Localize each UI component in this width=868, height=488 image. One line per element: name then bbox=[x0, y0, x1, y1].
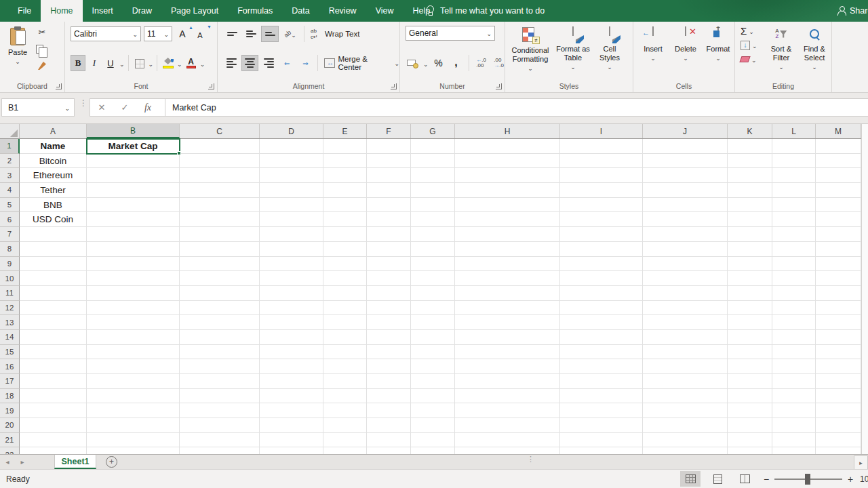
ribbon-tab-view[interactable]: View bbox=[366, 0, 403, 22]
cell-F20[interactable] bbox=[367, 418, 411, 433]
cell-I18[interactable] bbox=[560, 389, 643, 404]
cell-E2[interactable] bbox=[323, 154, 367, 169]
cell-B16[interactable] bbox=[87, 359, 180, 374]
cell-A22[interactable] bbox=[20, 447, 87, 454]
align-center-button[interactable] bbox=[241, 55, 258, 71]
cell-M15[interactable] bbox=[816, 345, 861, 360]
cell-F16[interactable] bbox=[367, 359, 411, 374]
underline-button[interactable]: U bbox=[103, 55, 118, 71]
cell-L14[interactable] bbox=[772, 330, 816, 345]
cell-M4[interactable] bbox=[816, 183, 861, 198]
zoom-slider-track[interactable] bbox=[774, 479, 842, 480]
cell-D5[interactable] bbox=[260, 198, 323, 213]
row-header-1[interactable]: 1 bbox=[0, 139, 20, 154]
cell-M5[interactable] bbox=[816, 198, 861, 213]
decrease-indent-button[interactable]: ⇐ bbox=[279, 55, 296, 71]
insert-function-button[interactable]: fx bbox=[136, 99, 159, 116]
cell-E9[interactable] bbox=[323, 257, 367, 272]
cell-K2[interactable] bbox=[728, 154, 772, 169]
cell-M13[interactable] bbox=[816, 315, 861, 330]
cell-H6[interactable] bbox=[455, 212, 560, 227]
cell-L18[interactable] bbox=[772, 389, 816, 404]
cell-L4[interactable] bbox=[772, 183, 816, 198]
cell-D21[interactable] bbox=[260, 433, 323, 448]
row-header-22[interactable]: 22 bbox=[0, 447, 20, 454]
cell-B6[interactable] bbox=[87, 212, 180, 227]
cell-E20[interactable] bbox=[323, 418, 367, 433]
row-header-7[interactable]: 7 bbox=[0, 227, 20, 242]
cell-C4[interactable] bbox=[180, 183, 260, 198]
merge-center-button[interactable]: Merge & Center bbox=[324, 55, 399, 71]
cell-G13[interactable] bbox=[411, 315, 455, 330]
cell-I17[interactable] bbox=[560, 374, 643, 389]
page-layout-view-button[interactable] bbox=[707, 471, 728, 487]
cell-C12[interactable] bbox=[180, 301, 260, 316]
format-painter-button[interactable] bbox=[35, 60, 49, 72]
cell-I9[interactable] bbox=[560, 257, 643, 272]
cell-H19[interactable] bbox=[455, 403, 560, 418]
vertical-scrollbar[interactable] bbox=[861, 124, 868, 454]
column-header-I[interactable]: I bbox=[560, 124, 643, 138]
sheet-nav-left-icon[interactable]: ◂ bbox=[0, 455, 15, 469]
top-align-button[interactable] bbox=[223, 26, 241, 42]
cell-G10[interactable] bbox=[411, 271, 455, 286]
cell-C18[interactable] bbox=[180, 389, 260, 404]
cell-M7[interactable] bbox=[816, 227, 861, 242]
cell-G17[interactable] bbox=[411, 374, 455, 389]
cell-B10[interactable] bbox=[87, 271, 180, 286]
cell-D1[interactable] bbox=[260, 139, 323, 154]
cell-B12[interactable] bbox=[87, 301, 180, 316]
cell-L19[interactable] bbox=[772, 403, 816, 418]
cell-A10[interactable] bbox=[20, 271, 87, 286]
row-header-19[interactable]: 19 bbox=[0, 403, 20, 418]
cell-H8[interactable] bbox=[455, 242, 560, 257]
cell-I6[interactable] bbox=[560, 212, 643, 227]
cell-L13[interactable] bbox=[772, 315, 816, 330]
cell-G18[interactable] bbox=[411, 389, 455, 404]
cell-L1[interactable] bbox=[772, 139, 816, 154]
cell-H21[interactable] bbox=[455, 433, 560, 448]
cell-L2[interactable] bbox=[772, 154, 816, 169]
cell-H15[interactable] bbox=[455, 345, 560, 360]
cell-J2[interactable] bbox=[643, 154, 728, 169]
cell-E13[interactable] bbox=[323, 315, 367, 330]
zoom-in-button[interactable]: + bbox=[845, 474, 856, 485]
formula-input[interactable]: Market Cap bbox=[165, 103, 868, 113]
cell-H3[interactable] bbox=[455, 168, 560, 183]
cell-B18[interactable] bbox=[87, 389, 180, 404]
cell-I20[interactable] bbox=[560, 418, 643, 433]
borders-button[interactable] bbox=[132, 55, 147, 71]
cell-D8[interactable] bbox=[260, 242, 323, 257]
cell-F3[interactable] bbox=[367, 168, 411, 183]
cell-L22[interactable] bbox=[772, 447, 816, 454]
cell-G11[interactable] bbox=[411, 286, 455, 301]
cell-G21[interactable] bbox=[411, 433, 455, 448]
wrap-text-button[interactable]: Wrap Text bbox=[311, 26, 359, 42]
cell-H17[interactable] bbox=[455, 374, 560, 389]
cell-J12[interactable] bbox=[643, 301, 728, 316]
copy-button[interactable] bbox=[35, 43, 49, 55]
cell-M10[interactable] bbox=[816, 271, 861, 286]
tell-me-box[interactable]: Tell me what you want to do bbox=[426, 0, 545, 22]
cell-A6[interactable]: USD Coin bbox=[20, 212, 87, 227]
paste-dropdown-icon[interactable] bbox=[15, 57, 20, 66]
percent-style-button[interactable]: % bbox=[431, 55, 446, 71]
increase-indent-button[interactable]: ⇒ bbox=[297, 55, 314, 71]
cell-C17[interactable] bbox=[180, 374, 260, 389]
row-header-17[interactable]: 17 bbox=[0, 374, 20, 389]
paste-button[interactable]: Paste bbox=[3, 24, 33, 79]
fill-color-dropdown-icon[interactable] bbox=[177, 57, 182, 69]
cell-D14[interactable] bbox=[260, 330, 323, 345]
cell-G19[interactable] bbox=[411, 403, 455, 418]
cell-C9[interactable] bbox=[180, 257, 260, 272]
cell-J4[interactable] bbox=[643, 183, 728, 198]
cell-C13[interactable] bbox=[180, 315, 260, 330]
page-break-view-button[interactable] bbox=[734, 471, 755, 487]
cell-G8[interactable] bbox=[411, 242, 455, 257]
fill-handle[interactable] bbox=[177, 151, 181, 155]
increase-decimal-button[interactable]: ←.0 .00 bbox=[474, 55, 489, 71]
cell-C8[interactable] bbox=[180, 242, 260, 257]
cell-C20[interactable] bbox=[180, 418, 260, 433]
cell-I16[interactable] bbox=[560, 359, 643, 374]
cell-K19[interactable] bbox=[728, 403, 772, 418]
